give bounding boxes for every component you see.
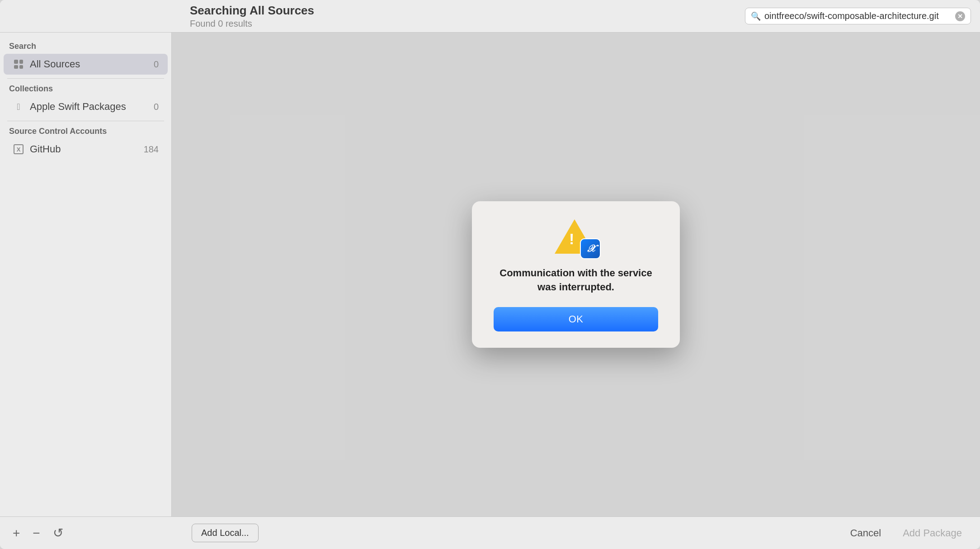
bottom-bar-right: Cancel Add Package	[843, 524, 969, 543]
apple-swift-count: 0	[154, 102, 159, 112]
cancel-button[interactable]: Cancel	[843, 524, 888, 543]
github-icon: X	[13, 143, 24, 155]
sidebar-separator-1	[7, 78, 164, 79]
source-control-section-label: Source Control Accounts	[0, 125, 171, 139]
add-button[interactable]: +	[11, 524, 22, 542]
search-title: Searching All Sources	[190, 4, 745, 18]
xcode-letter: 𝒳	[587, 243, 594, 255]
add-local-button[interactable]: Add Local...	[192, 524, 259, 542]
top-bar-center: Searching All Sources Found 0 results	[181, 4, 745, 29]
search-icon: 🔍	[751, 11, 761, 21]
refresh-button[interactable]: ↺	[51, 524, 65, 542]
add-package-button[interactable]: Add Package	[895, 524, 969, 543]
sidebar: Search All Sources 0 Collections  Apple…	[0, 33, 172, 516]
alert-message-line2: was interrupted.	[537, 281, 614, 293]
all-sources-label: All Sources	[30, 58, 148, 70]
apple-icon: 	[13, 101, 24, 113]
sidebar-separator-2	[7, 121, 164, 121]
all-sources-icon	[13, 58, 24, 70]
app-window: Searching All Sources Found 0 results 🔍 …	[0, 0, 980, 549]
github-count: 184	[144, 144, 159, 155]
grid-icon	[14, 60, 23, 69]
ok-button[interactable]: OK	[494, 307, 658, 331]
alert-message-line1: Communication with the service	[499, 267, 652, 279]
alert-dialog: 𝒳 Communication with the service was int…	[472, 201, 680, 348]
top-bar: Searching All Sources Found 0 results 🔍 …	[0, 0, 980, 33]
modal-overlay: 𝒳 Communication with the service was int…	[172, 33, 980, 516]
bottom-bar: + − ↺ Add Local... Cancel Add Package	[0, 516, 980, 549]
collections-section-label: Collections	[0, 82, 171, 96]
search-bar-value: ointfreeco/swift-composable-architecture…	[764, 11, 952, 21]
alert-message: Communication with the service was inter…	[499, 266, 652, 294]
search-section-label: Search	[0, 40, 171, 54]
bottom-bar-left: + − ↺	[11, 524, 183, 542]
xcode-icon: 𝒳	[580, 238, 601, 259]
content-area: 𝒳 Communication with the service was int…	[172, 33, 980, 516]
sidebar-item-apple-swift[interactable]:  Apple Swift Packages 0	[4, 96, 168, 117]
sidebar-item-github[interactable]: X GitHub 184	[4, 139, 168, 160]
github-label: GitHub	[30, 143, 138, 155]
bottom-bar-center: Add Local...	[183, 524, 843, 542]
remove-button[interactable]: −	[31, 524, 42, 542]
apple-swift-label: Apple Swift Packages	[30, 101, 148, 113]
top-bar-right: 🔍 ointfreeco/swift-composable-architectu…	[745, 8, 971, 24]
sidebar-item-all-sources[interactable]: All Sources 0	[4, 54, 168, 75]
alert-icon-area: 𝒳	[556, 219, 596, 256]
clear-search-button[interactable]: ✕	[955, 11, 965, 21]
search-subtitle: Found 0 results	[190, 19, 745, 29]
main-content: Search All Sources 0 Collections  Apple…	[0, 33, 980, 516]
search-bar[interactable]: 🔍 ointfreeco/swift-composable-architectu…	[745, 8, 971, 24]
all-sources-count: 0	[154, 59, 159, 70]
